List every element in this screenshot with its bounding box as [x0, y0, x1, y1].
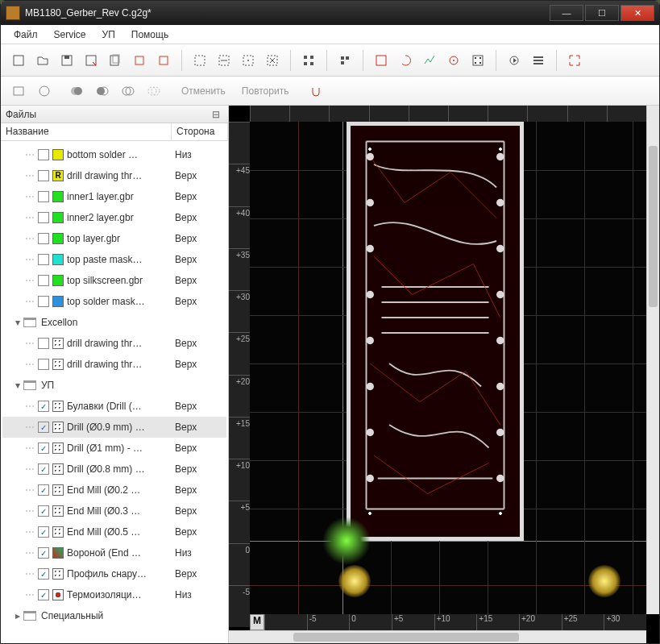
layer-red-icon[interactable] — [372, 51, 391, 70]
panel-header[interactable]: Файлы ⊟ — [1, 106, 228, 123]
bool-b-icon[interactable] — [93, 81, 112, 101]
zoom-fit-icon[interactable] — [263, 51, 282, 70]
close-button[interactable]: ✕ — [621, 5, 654, 21]
scrollbar-thumb[interactable] — [649, 146, 658, 307]
col-side[interactable]: Сторона — [172, 123, 228, 140]
ruler-corner[interactable]: M — [250, 614, 264, 630]
menu-help[interactable]: Помощь — [123, 27, 176, 43]
scrollbar-thumb[interactable] — [293, 633, 519, 642]
file-row[interactable]: ⋯✓Профиль снару…Верх — [2, 563, 226, 584]
window-title: MB1180_Gerber_Rev C.g2g* — [25, 7, 548, 19]
visibility-checkbox[interactable]: ✓ — [38, 568, 49, 580]
bool-d-icon[interactable] — [144, 81, 164, 101]
save-as-icon[interactable] — [81, 51, 101, 70]
file-row[interactable]: ⋯✓End Mill (Ø0.2 …Верх — [2, 480, 226, 501]
visibility-checkbox[interactable]: ✓ — [38, 505, 49, 517]
zoom-region-icon[interactable] — [239, 51, 258, 70]
shape-rect-icon[interactable] — [9, 81, 28, 101]
expand-icon[interactable]: ▾ — [12, 317, 23, 328]
expand-icon[interactable]: ▸ — [12, 610, 23, 621]
reload-icon[interactable] — [130, 51, 149, 70]
col-name[interactable]: Название — [1, 123, 172, 140]
file-row[interactable]: ⋯inner2 layer.gbrВерх — [2, 207, 226, 228]
file-row[interactable]: ⋯✓Drill (Ø1 mm) - …Верх — [2, 438, 226, 459]
file-row[interactable]: ⋯drill drawing thr…Верх — [2, 333, 226, 354]
row-side: Верх — [175, 422, 223, 433]
save-icon[interactable] — [57, 51, 77, 70]
expand-icon[interactable]: ▾ — [12, 380, 23, 391]
row-label: drill drawing thr… — [67, 359, 175, 370]
new-icon[interactable] — [9, 51, 28, 70]
list-icon[interactable] — [529, 51, 548, 70]
redo-button[interactable]: Повторить — [237, 85, 294, 97]
file-row[interactable]: ⋯bottom solder …Низ — [2, 144, 226, 165]
visibility-checkbox[interactable]: ✓ — [38, 589, 49, 600]
file-row[interactable]: ⋯inner1 layer.gbrВерх — [2, 186, 226, 207]
menu-service[interactable]: Service — [46, 27, 94, 43]
run-icon[interactable] — [504, 51, 524, 70]
vertical-scrollbar[interactable] — [646, 106, 659, 614]
bool-a-icon[interactable] — [67, 81, 86, 101]
menu-up[interactable]: УП — [94, 27, 123, 43]
shape-circle-icon[interactable] — [35, 81, 54, 101]
undo-button[interactable]: Отменить — [176, 85, 230, 97]
horizontal-scrollbar[interactable] — [229, 630, 646, 643]
tool-a-icon[interactable] — [335, 51, 355, 70]
visibility-checkbox[interactable]: ✓ — [38, 401, 49, 412]
row-label: top paste mask… — [67, 254, 175, 265]
menu-file[interactable]: Файл — [6, 27, 46, 43]
file-row[interactable]: ⋯✓End Mill (Ø0.5 …Верх — [2, 521, 226, 542]
dots-icon[interactable] — [468, 51, 488, 70]
visibility-checkbox[interactable] — [38, 170, 49, 181]
visibility-checkbox[interactable] — [38, 254, 49, 265]
select-icon[interactable] — [190, 51, 210, 70]
visibility-checkbox[interactable]: ✓ — [38, 442, 49, 454]
file-row[interactable]: ⋯drill drawing thr…Верх — [2, 354, 226, 375]
visibility-checkbox[interactable] — [38, 296, 49, 307]
target-icon[interactable] — [444, 51, 463, 70]
file-row[interactable]: ⋯top paste mask…Верх — [2, 249, 226, 270]
visibility-checkbox[interactable] — [38, 233, 49, 244]
pin-icon[interactable]: ⊟ — [212, 109, 223, 120]
app-icon — [6, 6, 20, 20]
folder-row[interactable]: ▾Excellon — [2, 312, 226, 333]
visibility-checkbox[interactable] — [38, 149, 49, 160]
file-row[interactable]: ⋯✓End Mill (Ø0.3 …Верх — [2, 501, 226, 521]
file-row[interactable]: ⋯✓Вороной (End …Низ — [2, 542, 226, 563]
file-tree[interactable]: ⋯bottom solder …Низ⋯Rdrill drawing thr…В… — [1, 141, 228, 643]
file-row[interactable]: ⋯top layer.gbrВерх — [2, 228, 226, 249]
visibility-checkbox[interactable] — [38, 338, 49, 349]
visibility-checkbox[interactable]: ✓ — [38, 463, 49, 475]
minimize-button[interactable]: — — [550, 5, 583, 21]
folder-row[interactable]: ▾УП — [2, 375, 226, 396]
folder-row[interactable]: ▸Специальный — [2, 605, 226, 626]
visibility-checkbox[interactable]: ✓ — [38, 484, 49, 496]
bool-c-icon[interactable] — [118, 81, 138, 101]
select-add-icon[interactable] — [214, 51, 234, 70]
export-icon[interactable] — [106, 51, 125, 70]
visibility-checkbox[interactable] — [38, 275, 49, 286]
file-row[interactable]: ⋯top solder mask…Верх — [2, 291, 226, 312]
file-row[interactable]: ⋯Rdrill drawing thr…Верх — [2, 165, 226, 186]
titlebar[interactable]: MB1180_Gerber_Rev C.g2g* — ☐ ✕ — [1, 1, 659, 25]
grid-icon[interactable] — [299, 51, 318, 70]
visibility-checkbox[interactable] — [38, 212, 49, 223]
maximize-button[interactable]: ☐ — [585, 5, 619, 21]
file-row[interactable]: ⋯top silkscreen.gbrВерх — [2, 270, 226, 291]
visibility-checkbox[interactable]: ✓ — [38, 422, 49, 433]
close-file-icon[interactable] — [154, 51, 173, 70]
visibility-checkbox[interactable] — [38, 359, 49, 370]
viewport[interactable] — [250, 122, 646, 614]
file-row[interactable]: ⋯✓Термоизоляци…Низ — [2, 584, 226, 605]
file-row[interactable]: ⋯✓Drill (Ø0.9 mm) …Верх — [2, 417, 226, 438]
file-row[interactable]: ⋯✓Булавки (Drill (…Верх — [2, 396, 226, 417]
chart-icon[interactable] — [420, 51, 439, 70]
visibility-checkbox[interactable] — [38, 191, 49, 202]
file-row[interactable]: ⋯✓Drill (Ø0.8 mm) …Верх — [2, 459, 226, 480]
snap-icon[interactable] — [306, 81, 326, 101]
open-icon[interactable] — [33, 51, 52, 70]
visibility-checkbox[interactable]: ✓ — [38, 547, 49, 559]
spiral-red-icon[interactable] — [396, 51, 415, 70]
fit-icon[interactable] — [565, 51, 584, 70]
visibility-checkbox[interactable]: ✓ — [38, 526, 49, 538]
